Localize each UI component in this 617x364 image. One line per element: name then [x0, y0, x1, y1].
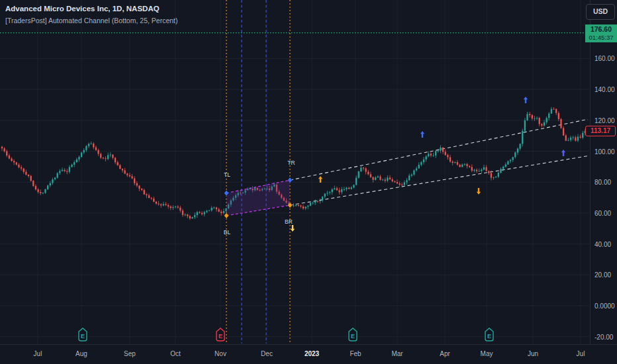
time-tick-label: May	[481, 350, 493, 357]
chart-canvas[interactable]: TLTRBLBREEEE	[0, 0, 617, 364]
tradingview-chart-window: TLTRBLBREEEE Advanced Micro Devices Inc,…	[0, 0, 617, 364]
earnings-badge-letter: E	[351, 333, 355, 340]
time-tick-label: Nov	[214, 350, 226, 357]
time-tick-label: 2023	[305, 350, 319, 357]
channel-bottom-extension	[290, 156, 588, 205]
arrow-down-marker	[291, 225, 295, 232]
time-tick-label: Oct	[170, 350, 181, 357]
time-tick-label: Jul	[577, 350, 585, 357]
price-tick-label: -20.00	[594, 333, 613, 340]
price-tick-label: 100.00	[594, 148, 615, 155]
price-tick-label: 160.00	[594, 55, 615, 62]
channel-fill	[226, 180, 290, 216]
alert-price-value: 176.60	[585, 24, 617, 34]
price-tick-label: 120.00	[594, 116, 615, 124]
last-price-badge: 113.17	[585, 126, 616, 136]
time-tick-label: Jul	[34, 350, 42, 357]
automated-channel-drawing[interactable]: TLTRBLBR	[224, 159, 295, 236]
time-tick-label: Aug	[75, 350, 87, 357]
time-scale[interactable]: JulAugSepOctNovDec2023FebMarAprMayJunJul	[0, 344, 617, 364]
price-tick-label: 40.00	[594, 240, 611, 248]
event-vlines	[226, 0, 290, 343]
indicator-title[interactable]: [TradersPost] Automated Channel (Bottom,…	[5, 17, 178, 24]
price-tick-label: 80.00	[594, 179, 611, 186]
symbol-title[interactable]: Advanced Micro Devices Inc, 1D, NASDAQ	[5, 5, 160, 13]
price-tick-label: 20.00	[594, 271, 611, 279]
arrow-up-marker	[420, 131, 424, 138]
earnings-badge-letter: E	[81, 333, 85, 340]
time-tick-label: Feb	[350, 350, 361, 357]
arrow-down-marker	[477, 188, 481, 195]
earnings-badge[interactable]: E	[485, 328, 493, 341]
signal-markers	[291, 97, 565, 232]
channel-top-extension	[290, 119, 588, 180]
price-tick-label: 60.00	[594, 209, 611, 216]
time-tick-label: Jun	[528, 350, 538, 357]
price-tick-label: 0.0000	[594, 302, 615, 310]
earnings-badge[interactable]: E	[216, 328, 224, 341]
price-tick-label: 140.00	[594, 86, 615, 93]
arrow-up-marker	[524, 97, 528, 103]
time-tick-label: Dec	[261, 350, 273, 357]
earnings-badge[interactable]: E	[79, 328, 87, 341]
time-tick-label: Mar	[391, 350, 403, 357]
channel-corner-label: TL	[224, 171, 230, 178]
alert-price-badge[interactable]: 176.60 01:45:37	[585, 24, 617, 42]
arrow-up-marker	[561, 150, 565, 156]
time-tick-label: Sep	[124, 350, 136, 357]
channel-corner-label: BL	[224, 229, 231, 236]
time-tick-label: Apr	[440, 350, 450, 357]
channel-corner-label: BR	[285, 218, 293, 225]
earnings-badge-letter: E	[487, 333, 491, 340]
currency-button[interactable]: USD	[586, 4, 615, 20]
bar-countdown-timer: 01:45:37	[585, 34, 617, 42]
channel-extensions	[290, 119, 588, 205]
price-scale[interactable]: 160.00140.00120.00100.0080.0060.0040.002…	[590, 0, 617, 345]
earnings-badges: EEEE	[79, 328, 493, 341]
earnings-badge-letter: E	[218, 333, 222, 340]
channel-corner-label: TR	[287, 159, 295, 166]
earnings-badge[interactable]: E	[349, 328, 357, 341]
arrow-up-marker	[318, 176, 322, 183]
